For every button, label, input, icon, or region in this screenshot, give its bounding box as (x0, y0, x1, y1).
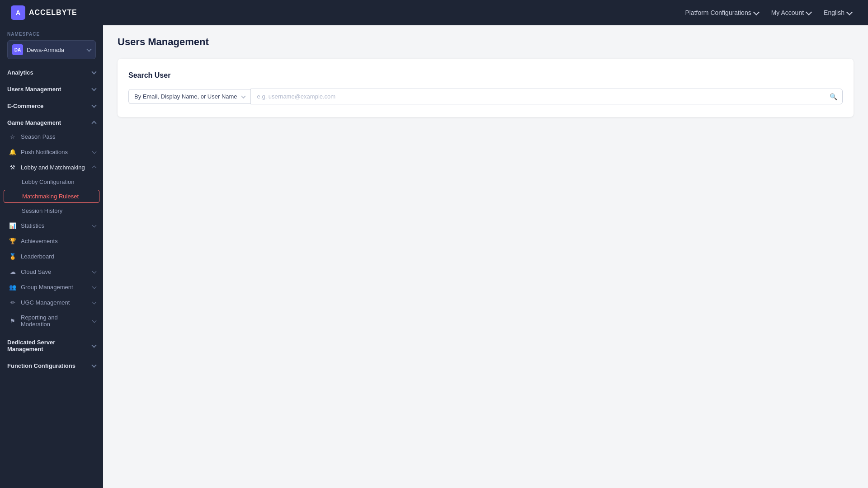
search-card: Search User By Email, Display Name, or U… (118, 59, 854, 117)
cloud-save-chevron-icon (92, 269, 97, 273)
group-icon: 👥 (9, 283, 16, 291)
sidebar-item-lobby-matchmaking[interactable]: ⚒ Lobby and Matchmaking (0, 160, 103, 175)
dedicated-server-chevron-icon (91, 343, 96, 347)
layout: NAMESPACE DA Dewa-Armada Analytics Users… (0, 25, 868, 488)
platform-configurations-chevron-icon (753, 9, 760, 15)
page-title: Users Management (118, 36, 854, 48)
statistics-chevron-icon (92, 223, 97, 227)
users-management-section: Users Management (0, 80, 103, 97)
bell-icon: 🔔 (9, 148, 16, 155)
sidebar-item-push-notifications[interactable]: 🔔 Push Notifications (0, 144, 103, 160)
namespace-label: NAMESPACE (7, 32, 96, 37)
my-account-button[interactable]: My Account (766, 5, 816, 20)
sidebar-item-cloud-save[interactable]: ☁ Cloud Save (0, 264, 103, 279)
users-management-chevron-icon (91, 86, 96, 91)
platform-configurations-button[interactable]: Platform Configurations (679, 5, 764, 20)
analytics-chevron-icon (91, 69, 96, 74)
dedicated-server-header[interactable]: Dedicated Server Management (0, 333, 103, 355)
chart-icon: 📊 (9, 222, 16, 229)
lobby-matchmaking-chevron-icon (92, 165, 97, 170)
logo-text: ACCELBYTE (29, 9, 77, 17)
sidebar: NAMESPACE DA Dewa-Armada Analytics Users… (0, 25, 103, 488)
namespace-avatar: DA (12, 44, 23, 55)
tools-icon: ⚒ (9, 164, 16, 171)
logo-icon: A (11, 5, 25, 20)
sidebar-item-statistics[interactable]: 📊 Statistics (0, 218, 103, 233)
search-row: By Email, Display Name, or User Name 🔍 (128, 89, 843, 104)
sidebar-item-group-management[interactable]: 👥 Group Management (0, 279, 103, 295)
search-input-wrap: 🔍 (250, 89, 843, 104)
flag-icon: ⚑ (9, 317, 16, 324)
logo-area: A ACCELBYTE (11, 5, 679, 20)
trophy-icon: 🏆 (9, 237, 16, 244)
function-configurations-header[interactable]: Function Configurations (0, 357, 103, 372)
users-management-header[interactable]: Users Management (0, 80, 103, 95)
group-management-chevron-icon (92, 284, 97, 289)
my-account-chevron-icon (806, 9, 812, 15)
sidebar-item-matchmaking-ruleset[interactable]: Matchmaking Ruleset (4, 190, 99, 203)
leaderboard-icon: 🏅 (9, 253, 16, 260)
function-configurations-section: Function Configurations (0, 357, 103, 374)
sidebar-item-session-history[interactable]: Session History (0, 204, 103, 218)
ecommerce-section: E-Commerce (0, 97, 103, 114)
topnav: A ACCELBYTE Platform Configurations My A… (0, 0, 868, 25)
reporting-moderation-chevron-icon (92, 318, 97, 323)
function-configurations-chevron-icon (91, 362, 96, 367)
edit-icon: ✏ (9, 299, 16, 306)
namespace-name: Dewa-Armada (27, 47, 84, 53)
game-management-header[interactable]: Game Management (0, 114, 103, 129)
dedicated-server-section: Dedicated Server Management (0, 333, 103, 357)
sidebar-item-leaderboard[interactable]: 🏅 Leaderboard (0, 249, 103, 264)
game-management-chevron-icon (91, 121, 96, 126)
namespace-section: NAMESPACE DA Dewa-Armada (0, 25, 103, 64)
sidebar-item-achievements[interactable]: 🏆 Achievements (0, 233, 103, 249)
ecommerce-chevron-icon (91, 103, 96, 108)
cloud-icon: ☁ (9, 268, 16, 275)
search-filter-chevron-icon (241, 94, 245, 99)
search-filter-label: By Email, Display Name, or User Name (134, 93, 237, 100)
analytics-header[interactable]: Analytics (0, 64, 103, 79)
star-icon: ☆ (9, 133, 16, 140)
game-management-section: Game Management ☆ Season Pass 🔔 Push Not… (0, 114, 103, 333)
search-filter-select[interactable]: By Email, Display Name, or User Name (128, 89, 250, 104)
namespace-chevron-icon (86, 47, 91, 52)
topnav-right: Platform Configurations My Account Engli… (679, 5, 857, 20)
analytics-section: Analytics (0, 64, 103, 80)
search-section-title: Search User (128, 71, 843, 80)
language-chevron-icon (846, 9, 853, 15)
search-button[interactable]: 🔍 (830, 93, 837, 100)
search-icon: 🔍 (830, 93, 837, 100)
sidebar-item-season-pass[interactable]: ☆ Season Pass (0, 129, 103, 144)
ecommerce-header[interactable]: E-Commerce (0, 97, 103, 112)
ugc-management-chevron-icon (92, 300, 97, 304)
push-notifications-chevron-icon (92, 149, 97, 154)
namespace-select[interactable]: DA Dewa-Armada (7, 40, 96, 59)
language-button[interactable]: English (818, 5, 857, 20)
sidebar-item-ugc-management[interactable]: ✏ UGC Management (0, 295, 103, 310)
sidebar-item-lobby-configuration[interactable]: Lobby Configuration (0, 175, 103, 189)
sidebar-item-reporting-moderation[interactable]: ⚑ Reporting and Moderation (0, 310, 103, 332)
main-content: Users Management Search User By Email, D… (103, 25, 868, 488)
search-input[interactable] (250, 89, 843, 104)
